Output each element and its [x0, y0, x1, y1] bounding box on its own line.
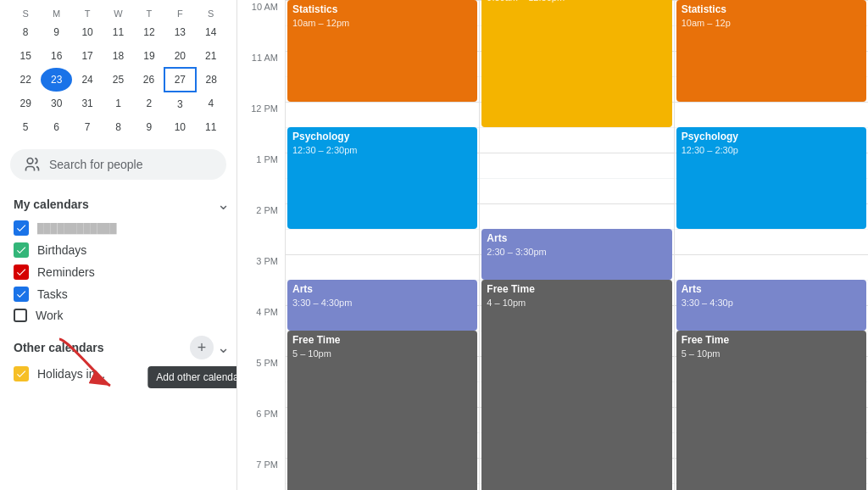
calendar-day[interactable]: 1 [103, 92, 133, 115]
event-title: Arts [682, 283, 861, 297]
calendar-day[interactable]: 4 [196, 92, 226, 115]
half-hour-line [480, 127, 673, 128]
other-calendar-item[interactable]: Holidays in... [0, 363, 236, 385]
calendar-event[interactable]: Arts2:30 – 3:30pm [481, 229, 671, 280]
calendar-day[interactable]: 29 [10, 92, 41, 115]
calendar-day[interactable]: 24 [72, 68, 103, 92]
calendar-day[interactable]: 11 [196, 115, 226, 139]
calendar-day[interactable]: 15 [10, 44, 41, 68]
calendar-day[interactable]: 6 [41, 115, 71, 139]
my-calendars-section: My calendars ⌄ ████████████BirthdaysRemi… [0, 187, 236, 327]
calendar-day[interactable]: 10 [164, 115, 195, 139]
calendar-event[interactable]: Statistics10am – 12p [676, 0, 866, 102]
time-label: 5 PM [237, 356, 285, 407]
hour-line [286, 102, 479, 103]
calendar-day[interactable]: 18 [103, 44, 133, 68]
svg-point-0 [27, 159, 33, 164]
time-label: 12 PM [237, 102, 285, 153]
event-title: Statistics [682, 3, 861, 17]
calendar-event[interactable]: Arts3:30 – 4:30p [676, 280, 866, 331]
calendar-checkbox[interactable] [14, 264, 29, 280]
event-title: Arts [487, 232, 666, 246]
calendar-checkbox[interactable] [14, 220, 29, 236]
other-calendars-header: Other calendars + Add other calendars ⌄ [0, 332, 236, 363]
my-calendar-item[interactable]: Birthdays [0, 239, 236, 261]
calendar-label: Work [36, 309, 63, 322]
calendar-event[interactable]: Free Time4 – 10pm [481, 280, 671, 490]
calendar-checkbox[interactable] [14, 242, 29, 258]
calendar-event[interactable]: Psychology Paper - 19:30am – 12:30pm [481, 0, 671, 127]
event-title: Arts [292, 283, 472, 297]
calendar-day[interactable]: 13 [164, 20, 195, 44]
my-calendars-header[interactable]: My calendars ⌄ [0, 192, 236, 217]
calendar-label: Birthdays [37, 243, 86, 257]
calendar-day[interactable]: 31 [72, 92, 103, 115]
my-calendar-item[interactable]: Tasks [0, 283, 236, 305]
calendar-day[interactable]: 12 [134, 20, 164, 44]
calendar-day[interactable]: 11 [103, 20, 133, 44]
calendar-day[interactable]: 17 [72, 44, 103, 68]
event-time: 12:30 – 2:30p [682, 144, 861, 156]
event-time: 4 – 10pm [487, 297, 666, 309]
calendar-event[interactable]: Arts3:30 – 4:30pm [287, 280, 477, 331]
calendar-event[interactable]: Statistics10am – 12pm [287, 0, 477, 102]
calendar-day[interactable]: 2 [134, 92, 164, 115]
calendar-day[interactable]: 23 [41, 68, 71, 92]
calendar-event[interactable]: Free Time5 – 10pm [287, 331, 477, 490]
event-title: Psychology [292, 131, 472, 144]
event-time: 10am – 12p [682, 17, 861, 29]
calendar-day[interactable]: 5 [10, 115, 41, 139]
main-calendar: 10 AM11 AM12 PM1 PM2 PM3 PM4 PM5 PM6 PM7… [237, 0, 868, 490]
half-hour-line [675, 229, 868, 230]
calendar-day[interactable]: 25 [103, 68, 133, 92]
calendar-checkbox[interactable] [14, 366, 29, 381]
calendar-day[interactable]: 27 [164, 68, 195, 92]
calendar-day[interactable]: 8 [10, 20, 41, 44]
search-people-button[interactable]: Search for people [10, 149, 226, 180]
people-icon [24, 156, 41, 173]
time-label: 11 AM [237, 51, 285, 102]
calendar-day[interactable]: 8 [103, 115, 133, 139]
calendar-day[interactable]: 28 [196, 68, 226, 92]
calendar-day[interactable]: 30 [41, 92, 71, 115]
calendar-checkbox[interactable] [14, 309, 27, 322]
event-title: Free Time [487, 283, 666, 297]
calendar-label: ████████████ [37, 223, 117, 233]
time-column: 10 AM11 AM12 PM1 PM2 PM3 PM4 PM5 PM6 PM7… [237, 0, 285, 490]
day-column-2: Statistics10am – 12pPsychology12:30 – 2:… [674, 0, 868, 490]
time-label: 4 PM [237, 305, 285, 356]
calendar-day[interactable]: 16 [41, 44, 71, 68]
calendar-day[interactable]: 7 [72, 115, 103, 139]
other-calendars-chevron: ⌄ [217, 338, 230, 357]
calendar-day[interactable]: 9 [134, 115, 164, 139]
calendar-day[interactable]: 14 [196, 20, 226, 44]
event-title: Psychology [682, 131, 861, 144]
calendar-day[interactable]: 3 [164, 92, 195, 115]
time-label: 7 PM [237, 458, 285, 490]
calendar-day[interactable]: 22 [10, 68, 41, 92]
calendar-event[interactable]: Psychology12:30 – 2:30pm [287, 127, 477, 229]
event-time: 10am – 12pm [292, 17, 472, 29]
my-calendar-item[interactable]: ████████████ [0, 217, 236, 239]
calendar-day[interactable]: 10 [72, 20, 103, 44]
calendar-day[interactable]: 9 [41, 20, 71, 44]
half-hour-line [286, 229, 479, 230]
my-calendars-chevron: ⌄ [217, 195, 230, 214]
calendar-checkbox[interactable] [14, 287, 29, 302]
event-time: 12:30 – 2:30pm [292, 144, 472, 156]
add-other-calendars-button[interactable]: + Add other calendars [190, 336, 214, 359]
calendar-day[interactable]: 21 [196, 44, 226, 68]
calendar-day[interactable]: 19 [134, 44, 164, 68]
hour-line [675, 102, 868, 103]
event-time: 3:30 – 4:30p [682, 297, 861, 309]
time-label: 6 PM [237, 407, 285, 458]
other-calendars-title: Other calendars [14, 341, 186, 354]
event-time: 2:30 – 3:30pm [487, 246, 666, 258]
my-calendar-item[interactable]: Reminders [0, 261, 236, 283]
day-column-1: Psychology Paper - 19:30am – 12:30pmArts… [479, 0, 673, 490]
calendar-event[interactable]: Free Time5 – 10pm [676, 331, 866, 490]
calendar-day[interactable]: 26 [134, 68, 164, 92]
calendar-event[interactable]: Psychology12:30 – 2:30p [676, 127, 866, 229]
calendar-day[interactable]: 20 [164, 44, 195, 68]
my-calendar-item[interactable]: Work [0, 305, 236, 326]
